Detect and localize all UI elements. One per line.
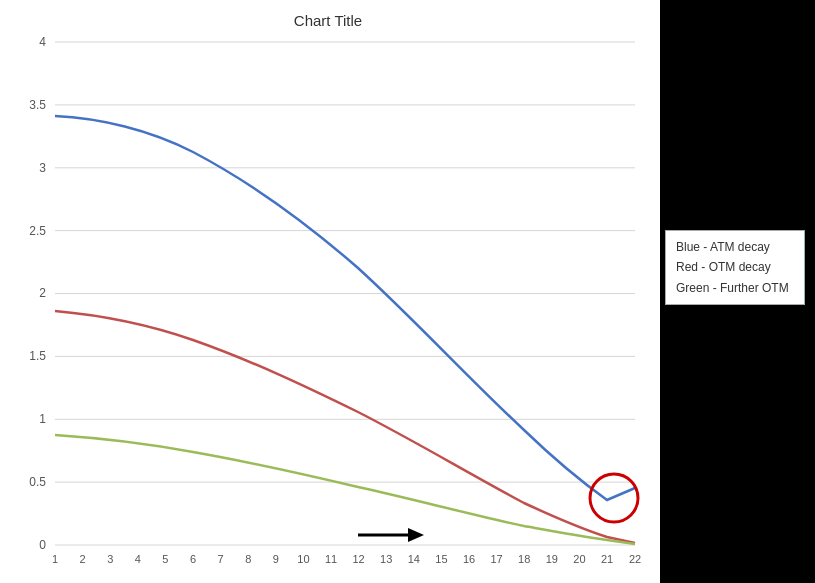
x-label-4: 4 [135, 553, 141, 565]
y-label-3: 3 [39, 161, 46, 175]
legend-box: Blue - ATM decay Red - OTM decay Green -… [665, 230, 805, 305]
svg-marker-1 [408, 528, 424, 542]
y-label-0: 0 [39, 538, 46, 552]
y-label-2: 2 [39, 286, 46, 300]
x-label-1: 1 [52, 553, 58, 565]
x-label-19: 19 [546, 553, 558, 565]
x-label-20: 20 [573, 553, 585, 565]
y-label-25: 2.5 [29, 224, 46, 238]
y-label-4: 4 [39, 35, 46, 49]
x-label-21: 21 [601, 553, 613, 565]
y-label-35: 3.5 [29, 98, 46, 112]
x-label-22: 22 [629, 553, 641, 565]
x-label-9: 9 [273, 553, 279, 565]
x-label-18: 18 [518, 553, 530, 565]
x-label-6: 6 [190, 553, 196, 565]
x-label-14: 14 [408, 553, 420, 565]
x-label-7: 7 [218, 553, 224, 565]
x-label-13: 13 [380, 553, 392, 565]
x-label-12: 12 [352, 553, 364, 565]
x-label-15: 15 [435, 553, 447, 565]
x-label-10: 10 [297, 553, 309, 565]
x-label-3: 3 [107, 553, 113, 565]
blue-atm-curve [55, 116, 635, 500]
legend-line-green: Green - Further OTM [676, 278, 794, 298]
y-label-15: 1.5 [29, 349, 46, 363]
legend-line-blue: Blue - ATM decay [676, 237, 794, 257]
y-label-1: 1 [39, 412, 46, 426]
x-label-11: 11 [325, 553, 337, 565]
y-label-05: 0.5 [29, 475, 46, 489]
legend-line-red: Red - OTM decay [676, 257, 794, 277]
x-label-16: 16 [463, 553, 475, 565]
chart-title: Chart Title [294, 12, 362, 29]
arrow-annotation [358, 528, 424, 542]
x-label-2: 2 [80, 553, 86, 565]
x-label-5: 5 [162, 553, 168, 565]
x-label-8: 8 [245, 553, 251, 565]
red-otm-curve [55, 311, 635, 543]
x-label-17: 17 [490, 553, 502, 565]
